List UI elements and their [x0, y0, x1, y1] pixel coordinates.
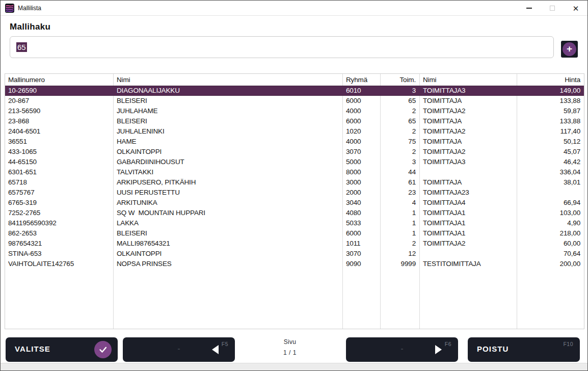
table-cell: 4 [380, 198, 419, 208]
window-title: Mallilista [18, 5, 41, 12]
table-cell: 3 [380, 86, 419, 96]
table-cell: TOIMITTAJA23 [419, 188, 517, 198]
table-cell: BLEISERI [113, 116, 342, 126]
table-row[interactable]: VAIHTOLAITE142765NOPSA PRINSES90909999TE… [5, 259, 584, 269]
table-row[interactable]: 2404-6501JUHLALENINKI10202TOIMITTAJA2117… [5, 126, 584, 137]
table-cell: 5033 [342, 218, 380, 228]
table-row[interactable]: 65718ARKIPUSERO, PITKÄHIH300061TOIMITTAJ… [5, 177, 584, 188]
close-button[interactable]: ✕ [564, 1, 587, 16]
select-button[interactable]: VALITSE [6, 337, 118, 362]
table-cell: 2000 [342, 188, 380, 198]
table-cell: TOIMITTAJA2 [419, 238, 517, 249]
titlebar: Mallilista ✕ [1, 1, 587, 16]
table-cell: 2 [380, 126, 419, 137]
table-cell: 3000 [342, 177, 380, 188]
table-cell: 1011 [342, 238, 380, 249]
table-cell: 213-56590 [5, 106, 113, 116]
page-indicator-label: Sivu [245, 338, 335, 346]
table-row[interactable]: 6765-319ARKITUNIKA30404TOIMITTAJA466,94 [5, 198, 584, 208]
table-row[interactable]: 44-65150GABARDIINIHOUSUT50003TOIMITTAJA3… [5, 157, 584, 167]
table-cell: 2 [380, 147, 419, 157]
exit-button-fkey: F10 [563, 341, 573, 347]
search-input[interactable]: 65 [10, 36, 554, 58]
table-row[interactable]: 6301-651TALVITAKKI800044336,04 [5, 167, 584, 177]
table-cell: 9090 [342, 259, 380, 269]
add-button[interactable]: + [561, 41, 578, 58]
table-cell: TESTITOIMITTAJA [419, 259, 517, 269]
table-cell: 8411956590392 [5, 218, 113, 228]
table-row[interactable]: STINA-653OLKAINTOPPI30701270,64 [5, 249, 584, 259]
triangle-right-icon [435, 345, 442, 354]
column-header[interactable]: Mallinumero [5, 74, 113, 86]
plus-icon: + [563, 42, 576, 56]
table-cell: 10-26590 [5, 86, 113, 96]
next-page-fkey: F6 [445, 341, 451, 347]
table-cell: TOIMITTAJA [419, 96, 517, 106]
table-row[interactable]: 23-868BLEISERI600065TOIMITTAJA133,88 [5, 116, 584, 126]
maximize-button[interactable] [541, 1, 564, 16]
table-cell: OLKAINTOPPI [113, 147, 342, 157]
table-cell: 3070 [342, 249, 380, 259]
table-cell: 2404-6501 [5, 126, 113, 137]
table-cell: TOIMITTAJA [419, 177, 517, 188]
previous-page-fkey: F5 [222, 341, 228, 347]
table-cell: JUHLALENINKI [113, 126, 342, 137]
table-cell: 1 [380, 218, 419, 228]
table-cell: 60,00 [517, 238, 584, 249]
table-row[interactable]: 8411956590392LAKKA50331TOIMITTAJA14,90 [5, 218, 584, 228]
table-cell: TOIMITTAJA1 [419, 228, 517, 238]
table-row[interactable]: 6575767UUSI PERUSTETTU200023TOIMITTAJA23 [5, 188, 584, 198]
table-row[interactable]: 213-56590JUHLAHAME40002TOIMITTAJA259,87 [5, 106, 584, 116]
select-button-label: VALITSE [15, 344, 50, 353]
table-row[interactable]: 7252-2765SQ W MOUNTAIN HUPPARI40801TOIMI… [5, 208, 584, 218]
table-cell: 23 [380, 188, 419, 198]
table-cell: 1020 [342, 126, 380, 137]
table-cell: 23-868 [5, 116, 113, 126]
table-cell: 3040 [342, 198, 380, 208]
table-cell: 46,42 [517, 157, 584, 167]
minimize-button[interactable] [517, 1, 541, 16]
table-cell: 200,00 [517, 259, 584, 269]
table-cell: 2 [380, 238, 419, 249]
table-cell: BLEISERI [113, 228, 342, 238]
app-window: Mallilista ✕ Mallihaku 65 + MallinumeroN… [0, 0, 588, 371]
table-cell: 6765-319 [5, 198, 113, 208]
table-header-row: MallinumeroNimiRyhmäToim.NimiHinta [5, 74, 584, 86]
table-cell: 133,88 [517, 96, 584, 106]
column-header[interactable]: Toim. [380, 74, 419, 86]
exit-button-label: POISTU [477, 344, 509, 353]
table-cell: 4000 [342, 137, 380, 147]
table-cell: JUHLAHAME [113, 106, 342, 116]
table-cell [419, 167, 517, 177]
table-row[interactable]: 862-2653BLEISERI60001TOIMITTAJA1218,00 [5, 228, 584, 238]
table-row[interactable]: 20-867BLEISERI600065TOIMITTAJA133,88 [5, 96, 584, 106]
minimize-icon [526, 8, 532, 9]
table-cell: 6575767 [5, 188, 113, 198]
column-header[interactable]: Nimi [419, 74, 517, 86]
table-cell: TOIMITTAJA1 [419, 208, 517, 218]
table-cell: TOIMITTAJA2 [419, 106, 517, 116]
column-header[interactable]: Nimi [113, 74, 342, 86]
table-row[interactable]: 36551HAME400075TOIMITTAJA50,12 [5, 137, 584, 147]
table-row[interactable]: 987654321MALLI98765432110112TOIMITTAJA26… [5, 238, 584, 249]
table-cell: 3 [380, 157, 419, 167]
maximize-icon [550, 6, 555, 11]
table-cell [517, 188, 584, 198]
table-cell: 66,94 [517, 198, 584, 208]
table-row[interactable]: 10-26590DIAGONAALIJAKKU60103TOIMITTAJA31… [5, 86, 584, 96]
next-page-button[interactable]: - F6 [346, 337, 458, 362]
table-cell: 7252-2765 [5, 208, 113, 218]
table-row[interactable]: 433-1065OLKAINTOPPI30702TOIMITTAJA245,07 [5, 147, 584, 157]
table-cell: 8000 [342, 167, 380, 177]
table-cell: 3070 [342, 147, 380, 157]
column-header[interactable]: Hinta [517, 74, 584, 86]
table-cell: 117,40 [517, 126, 584, 137]
triangle-left-icon [212, 345, 219, 354]
exit-button[interactable]: POISTU F10 [468, 337, 580, 362]
table-cell: 44-65150 [5, 157, 113, 167]
column-header[interactable]: Ryhmä [342, 74, 380, 86]
search-input-selected-text: 65 [16, 42, 27, 52]
table-cell: 36551 [5, 137, 113, 147]
previous-page-button[interactable]: - F5 [123, 337, 235, 362]
table-cell: 50,12 [517, 137, 584, 147]
